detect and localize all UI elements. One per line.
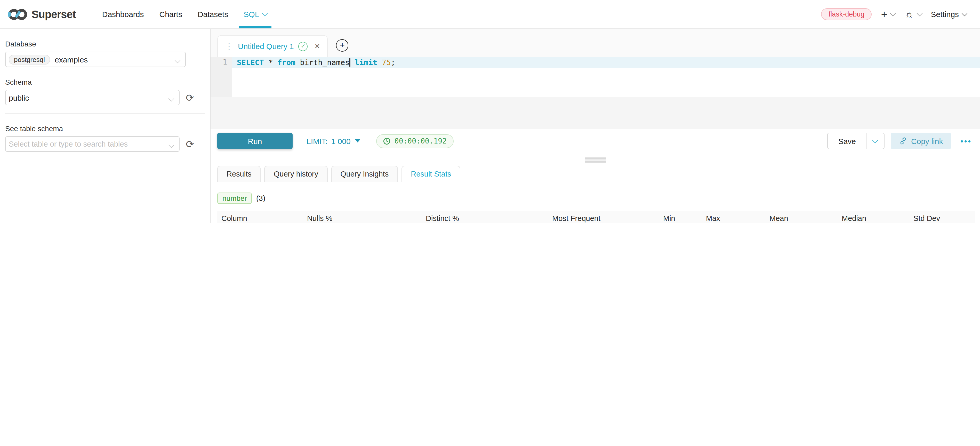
number-type-badge: number (217, 193, 252, 204)
close-tab-icon[interactable] (315, 42, 320, 50)
result-stats-panel: number (3) Column Nulls % Distinct % Mos… (210, 182, 980, 223)
schema-value: public (9, 93, 29, 102)
nav-datasets[interactable]: Datasets (190, 0, 236, 29)
superset-logo[interactable]: Superset (8, 8, 76, 21)
link-icon (899, 137, 907, 145)
settings-menu[interactable]: Settings (931, 10, 967, 19)
database-select[interactable]: postgresql examples (5, 52, 186, 67)
table-select[interactable]: Select table or type to search tables (5, 136, 180, 152)
sql-keyword: limit (350, 58, 382, 67)
tab-results[interactable]: Results (217, 166, 261, 182)
copy-link-button[interactable]: Copy link (891, 133, 951, 149)
table-header-row: Column Nulls % Distinct % Most Frequent … (217, 210, 975, 223)
sql-table-name: birth_names (296, 58, 350, 67)
chevron-down-icon (916, 10, 923, 16)
query-tab[interactable]: Untitled Query 1 (217, 35, 328, 57)
schema-select[interactable]: public (5, 90, 180, 105)
more-actions-button[interactable] (960, 137, 972, 145)
chevron-down-icon (872, 137, 878, 143)
number-count: (3) (256, 194, 265, 202)
editor-empty-area (210, 97, 980, 129)
run-button[interactable]: Run (217, 133, 293, 149)
drag-bar-icon (585, 161, 606, 162)
sql-lab-main: Untitled Query 1 1 SELECT * from birth_n… (210, 29, 980, 223)
col-header: Max (702, 210, 765, 223)
sql-editor[interactable]: 1 SELECT * from birth_names limit 75; (210, 57, 980, 129)
col-header: Most Frequent (548, 210, 659, 223)
schema-label: Schema (5, 78, 205, 86)
sql-number: 75 (382, 58, 391, 67)
col-header: Median (838, 210, 909, 223)
sql-semicolon: ; (391, 58, 395, 67)
limit-value: 1 000 (331, 137, 351, 145)
nav-sql[interactable]: SQL (236, 0, 275, 29)
copy-link-label: Copy link (911, 137, 943, 145)
col-header: Min (659, 210, 702, 223)
tab-result-stats[interactable]: Result Stats (401, 166, 460, 182)
database-label: Database (5, 40, 205, 48)
add-query-tab-button[interactable] (336, 39, 348, 52)
number-stats-table: Column Nulls % Distinct % Most Frequent … (217, 210, 975, 223)
pane-resize-handle[interactable] (210, 153, 980, 166)
tab-query-history[interactable]: Query history (264, 166, 328, 182)
refresh-schemas-icon[interactable] (184, 92, 196, 103)
environment-badge: flask-debug (821, 8, 872, 20)
query-timer: 00:00:00.192 (377, 134, 453, 148)
table-schema-label: See table schema (5, 124, 205, 133)
theme-toggle[interactable] (904, 9, 922, 20)
settings-label: Settings (931, 10, 959, 19)
query-success-icon (299, 41, 308, 51)
editor-toolbar: Run LIMIT: 1 000 00:00:00.192 Save (210, 129, 980, 153)
col-header: Column (217, 210, 303, 223)
new-item-menu[interactable] (881, 8, 895, 20)
col-header: Std Dev (909, 210, 975, 223)
main-nav: Dashboards Charts Datasets SQL (94, 0, 275, 29)
caret-down-icon (355, 139, 361, 142)
database-engine-tag: postgresql (9, 54, 50, 64)
results-tab-bar: Results Query history Query Insights Res… (210, 166, 980, 182)
sql-keyword: from (277, 58, 296, 67)
limit-label: LIMIT: (307, 137, 328, 145)
col-header: Distinct % (422, 210, 548, 223)
sidebar-divider (5, 113, 205, 113)
plus-icon (881, 8, 888, 20)
chevron-down-icon (175, 57, 181, 64)
sql-keyword: SELECT (237, 58, 264, 67)
sql-lab-sidebar: Database postgresql examples Schema publ… (0, 29, 210, 223)
line-number: 1 (210, 58, 227, 66)
query-tab-title: Untitled Query 1 (238, 42, 294, 51)
elapsed-time: 00:00:00.192 (395, 137, 447, 145)
chevron-down-icon (262, 10, 268, 16)
nav-dashboards[interactable]: Dashboards (94, 0, 152, 29)
sql-statement: SELECT * from birth_names limit 75; (232, 57, 980, 68)
table-select-placeholder: Select table or type to search tables (9, 140, 128, 148)
drag-bar-icon (585, 158, 606, 159)
navbar-right: flask-debug Settings (821, 8, 967, 20)
query-tab-bar: Untitled Query 1 (210, 29, 980, 57)
refresh-tables-icon[interactable] (184, 139, 196, 150)
nav-charts[interactable]: Charts (152, 0, 190, 29)
sidebar-divider (5, 167, 205, 167)
database-name: examples (55, 55, 88, 64)
col-header: Mean (765, 210, 838, 223)
superset-logo-icon (8, 8, 27, 21)
save-split-button: Save (827, 133, 884, 149)
save-options-button[interactable] (866, 133, 884, 149)
number-section-header: number (3) (217, 193, 972, 204)
chevron-down-icon (169, 142, 174, 148)
sun-icon (904, 9, 914, 20)
drag-handle-icon[interactable] (225, 41, 233, 51)
nav-sql-label: SQL (243, 10, 259, 19)
chevron-down-icon (962, 10, 967, 16)
navbar: Superset Dashboards Charts Datasets SQL … (0, 0, 980, 29)
brand-name: Superset (32, 8, 76, 21)
sql-operator: * (264, 58, 277, 67)
save-button[interactable]: Save (828, 133, 866, 149)
tab-query-insights[interactable]: Query Insights (331, 166, 398, 182)
chevron-down-icon (890, 10, 896, 16)
col-header: Nulls % (303, 210, 422, 223)
clock-icon (383, 137, 391, 145)
superset-sql-lab-window: Superset Dashboards Charts Datasets SQL … (0, 0, 980, 223)
chevron-down-icon (169, 96, 174, 102)
limit-dropdown[interactable]: LIMIT: 1 000 (307, 137, 361, 145)
